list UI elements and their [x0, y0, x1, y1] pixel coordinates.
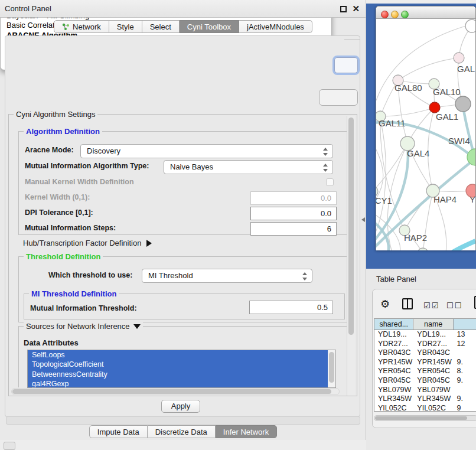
mi-steps-field[interactable]: 6 [250, 222, 337, 236]
apply-button[interactable]: Apply [161, 400, 200, 413]
tab-cyni-toolbox[interactable]: Cyni Toolbox [180, 20, 239, 33]
tab-select[interactable]: Select [142, 20, 180, 33]
network-view-window[interactable]: GALGAL80GAL10GAL1GAL11SWI4GAL4HAP4YGCY1H… [376, 6, 476, 250]
control-panel-titlebar: Control Panel ✕ [0, 0, 366, 18]
table-cell: YBR043C [413, 348, 453, 358]
table-panel: ⚙ ☑☑ ☐☐ shared...name YDL19...YDL19...13… [372, 289, 476, 428]
network-node[interactable] [418, 248, 428, 250]
aracne-mode-value: Discovery [87, 146, 120, 155]
network-window-titlebar[interactable] [376, 6, 475, 19]
table-cell: YPR145W [413, 358, 453, 367]
aracne-mode-combo[interactable]: Discovery [80, 144, 333, 158]
network-canvas[interactable]: GALGAL80GAL10GAL1GAL11SWI4GAL4HAP4YGCY1H… [376, 19, 475, 250]
table-cell: YBR045C [374, 376, 413, 386]
mi-type-value: Naive Bayes [170, 162, 213, 171]
settings-horizontal-scrollbar-thumb[interactable] [12, 389, 331, 394]
table-horizontal-scrollbar-thumb[interactable] [375, 416, 467, 420]
table-row[interactable]: YLR345WYLR345W9. [374, 394, 476, 404]
tab-infer-network[interactable]: Infer Network [216, 425, 277, 438]
network-node-gal[interactable] [454, 53, 464, 63]
data-attribute-item[interactable]: BetweennessCentrality [28, 370, 328, 379]
mi-steps-label: Mutual Information Steps: [25, 224, 116, 232]
mi-type-combo[interactable]: Naive Bayes [164, 160, 333, 174]
float-window-icon[interactable] [340, 6, 347, 12]
split-pane-collapse-icon[interactable] [361, 217, 365, 222]
table-cell: 12 [454, 340, 476, 349]
data-attributes-label: Data Attributes [24, 338, 79, 347]
tab-label: jActiveMNodules [247, 21, 304, 33]
tab-label: Select [150, 21, 171, 33]
algorithm-definition-title: Algorithm Definition [24, 127, 102, 136]
table-row[interactable]: YDL19...YDL19...13 [374, 330, 476, 340]
data-attributes-list[interactable]: SelfLoopsTopologicalCoefficientBetweenne… [27, 350, 336, 388]
table-column-header[interactable]: shared... [374, 319, 413, 330]
table-row[interactable]: YIL052CYIL052C9 [374, 404, 476, 412]
table-row[interactable]: YBR043CYBR043C [374, 348, 476, 358]
data-attribute-item[interactable]: SelfLoops [28, 350, 328, 360]
table-column-header[interactable]: name [413, 319, 453, 330]
mi-threshold-field[interactable]: 0.5 [249, 301, 333, 314]
settings-horizontal-scrollbar[interactable] [11, 388, 340, 395]
kernel-width-label: Kernel Width (0,1): [25, 193, 90, 201]
close-traffic-light-icon[interactable] [381, 11, 389, 18]
threshold-definition-title: Threshold Definition [24, 252, 103, 261]
hub-transcription-factor-toggle[interactable]: Hub/Transcription Factor Definition [23, 239, 152, 247]
list-scrollbar[interactable] [328, 350, 335, 387]
aracne-mode-label: Aracne Mode: [25, 146, 74, 154]
tab-discretize-data[interactable]: Discretize Data [148, 425, 216, 438]
tab-label: Infer Network [223, 426, 269, 438]
zoom-traffic-light-icon[interactable] [401, 11, 409, 18]
inference-algorithm-combo-fragment[interactable] [334, 57, 358, 73]
columns-icon[interactable] [402, 298, 413, 309]
kernel-width-field[interactable]: 0.0 [250, 191, 337, 205]
data-attribute-item[interactable]: gal4RGexp [28, 379, 328, 388]
manual-kernel-label: Manual Kernel Width Definition [25, 178, 134, 186]
table-cell: 13 [454, 330, 476, 340]
settings-gear-icon[interactable]: ⚙ [380, 298, 390, 311]
tab-network[interactable]: Network [54, 20, 109, 33]
table-row[interactable]: YDR27...YDR27...12 [374, 340, 476, 349]
table-cell: YLR345W [374, 394, 413, 404]
tab-jactivemnodules[interactable]: jActiveMNodules [239, 20, 312, 33]
screen: Control Panel ✕ NetworkStyleSelectCyni T… [0, 0, 476, 450]
network-node[interactable] [455, 96, 471, 112]
network-node[interactable] [465, 19, 475, 32]
network-desktop: GALGAL80GAL10GAL1GAL11SWI4GAL4HAP4YGCY1H… [366, 4, 476, 269]
sources-group-title[interactable]: Sources for Network Inference [24, 322, 143, 331]
collapsed-panel-button[interactable] [4, 442, 15, 450]
node-label: GAL80 [395, 83, 422, 93]
table-row[interactable]: YBL079WYBL079W [374, 386, 476, 395]
network-selector-combo-fragment[interactable] [319, 89, 358, 106]
minimize-traffic-light-icon[interactable] [391, 11, 399, 18]
settings-vertical-scrollbar-thumb[interactable] [348, 118, 354, 335]
close-icon[interactable]: ✕ [352, 4, 360, 14]
table-row[interactable]: YPR145WYPR145W9. [374, 358, 476, 367]
tab-style[interactable]: Style [109, 20, 142, 33]
select-all-checkboxes-icon[interactable]: ☑☑ [423, 301, 439, 310]
data-attribute-item[interactable]: TopologicalCoefficient [28, 360, 328, 369]
mi-threshold-definition-title: MI Threshold Definition [29, 289, 119, 298]
settings-group-title: Cyni Algorithm Settings [14, 110, 97, 119]
table-cell: YER054C [413, 367, 453, 376]
table-horizontal-scrollbar[interactable] [374, 415, 476, 421]
table-panel-title: Table Panel [376, 275, 416, 283]
manual-kernel-checkbox[interactable] [326, 178, 334, 186]
table-row[interactable]: YBR045CYBR045C9. [374, 376, 476, 386]
list-scrollbar-thumb[interactable] [329, 352, 334, 383]
table-column-header[interactable] [454, 319, 476, 330]
control-panel-title: Control Panel [5, 0, 51, 17]
node-label: SWI4 [448, 136, 470, 146]
combo-spinner-icon [323, 164, 328, 172]
table-cell: YDR27... [374, 340, 413, 349]
tab-impute-data[interactable]: Impute Data [89, 425, 148, 438]
table-cell: YER054C [374, 367, 413, 376]
tab-label: Style [117, 21, 134, 33]
table-row[interactable]: YER054CYER054C8. [374, 367, 476, 376]
deselect-all-checkboxes-icon[interactable]: ☐☐ [446, 301, 462, 310]
node-table[interactable]: shared...name YDL19...YDL19...13YDR27...… [374, 318, 476, 412]
table-cell: YDL19... [374, 330, 413, 340]
which-threshold-combo[interactable]: MI Threshold [142, 269, 312, 283]
settings-vertical-scrollbar[interactable] [347, 116, 355, 396]
table-cell: YBL079W [374, 386, 413, 395]
dpi-tolerance-field[interactable]: 0.0 [250, 207, 337, 220]
